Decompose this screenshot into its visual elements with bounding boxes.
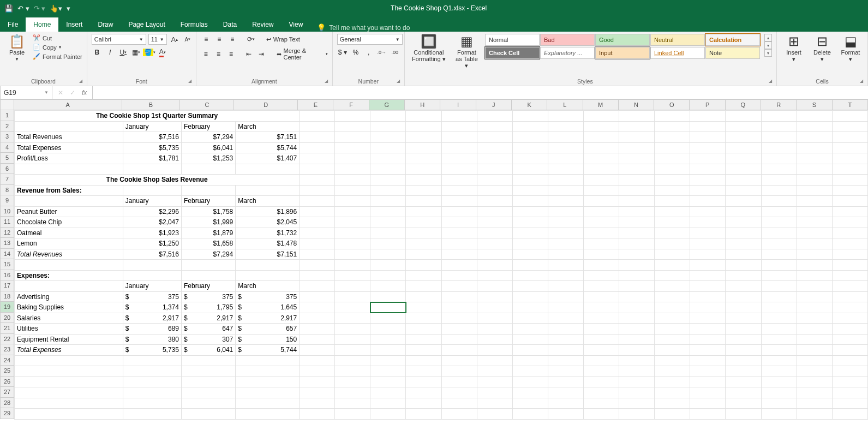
cell-F11[interactable] (335, 217, 370, 228)
column-header-O[interactable]: O (654, 99, 690, 110)
cell-Q2[interactable] (726, 121, 761, 132)
cell-N23[interactable] (619, 345, 655, 356)
column-header-K[interactable]: K (512, 99, 547, 110)
cell-I28[interactable] (441, 398, 477, 409)
accounting-button[interactable]: $ ▾ (337, 47, 348, 58)
cell-L17[interactable] (548, 281, 583, 292)
cell-styles-gallery[interactable]: Normal Bad Good Neutral Calculation Chec… (485, 34, 760, 59)
cell-J9[interactable] (477, 196, 512, 207)
cell-A14[interactable]: Total Revenues (15, 249, 123, 260)
cell-M14[interactable] (584, 249, 619, 260)
style-input[interactable]: Input (595, 47, 650, 59)
cell-A24[interactable] (15, 355, 123, 366)
cell-A13[interactable]: Lemon (15, 238, 123, 249)
row-header-18[interactable]: 18 (0, 291, 14, 302)
cell-A10[interactable]: Peanut Butter (15, 206, 123, 217)
paste-button[interactable]: 📋 Paste ▼ (4, 34, 29, 63)
cell-K13[interactable] (512, 238, 548, 249)
cell-F17[interactable] (335, 281, 370, 292)
cell-A4[interactable]: Total Expenses (15, 142, 123, 153)
style-normal[interactable]: Normal (485, 34, 540, 46)
cell-P25[interactable] (690, 366, 726, 377)
cell-K28[interactable] (512, 398, 548, 409)
cell-R15[interactable] (761, 260, 797, 271)
cell-K27[interactable] (512, 387, 548, 398)
cell-R11[interactable] (761, 217, 797, 228)
cell-I26[interactable] (441, 377, 477, 387)
scroll-up-icon[interactable]: ▴ (764, 34, 772, 41)
comma-button[interactable]: , (363, 47, 374, 58)
column-header-C[interactable]: C (180, 99, 234, 110)
cell-O28[interactable] (655, 398, 690, 409)
cell-G23[interactable] (370, 345, 406, 356)
cell-M2[interactable] (584, 121, 619, 132)
cell-N20[interactable] (619, 313, 655, 324)
cell-S1[interactable] (797, 111, 832, 122)
cell-K29[interactable] (512, 409, 548, 420)
cell-A27[interactable] (15, 387, 123, 398)
tab-insert[interactable]: Insert (58, 17, 90, 32)
cell-P27[interactable] (690, 387, 726, 398)
cell-O5[interactable] (655, 153, 690, 164)
cell-J18[interactable] (477, 291, 512, 302)
cell-O6[interactable] (655, 164, 690, 175)
cell-F4[interactable] (335, 142, 370, 153)
cell-Q9[interactable] (726, 196, 761, 207)
cell-C27[interactable] (181, 387, 235, 398)
cell-K20[interactable] (512, 313, 548, 324)
cell-Q25[interactable] (726, 366, 761, 377)
cell-H3[interactable] (406, 132, 441, 143)
cell-F25[interactable] (335, 366, 370, 377)
percent-button[interactable]: % (350, 47, 361, 58)
cell-C6[interactable] (181, 164, 235, 175)
cell-C8[interactable] (181, 185, 235, 196)
cell-I15[interactable] (441, 260, 477, 271)
cell-C15[interactable] (181, 260, 235, 271)
column-header-L[interactable]: L (547, 99, 583, 110)
cell-H12[interactable] (406, 228, 441, 238)
cell-H15[interactable] (406, 260, 441, 271)
cell-G26[interactable] (370, 377, 406, 387)
cell-I16[interactable] (441, 270, 477, 281)
cell-D14[interactable]: $7,151 (236, 249, 300, 260)
cell-P29[interactable] (690, 409, 726, 420)
column-header-T[interactable]: T (833, 99, 868, 110)
cell-T11[interactable] (832, 217, 867, 228)
cell-G12[interactable] (370, 228, 406, 238)
cell-J11[interactable] (477, 217, 512, 228)
cell-P1[interactable] (690, 111, 726, 122)
cell-K12[interactable] (512, 228, 548, 238)
cell-Q14[interactable] (726, 249, 761, 260)
cell-N27[interactable] (619, 387, 655, 398)
cell-K7[interactable] (512, 175, 548, 186)
cell-C12[interactable]: $1,879 (181, 228, 235, 238)
cell-L27[interactable] (548, 387, 583, 398)
row-header-15[interactable]: 15 (0, 259, 14, 270)
cell-C2[interactable]: February (181, 121, 235, 132)
cell-J27[interactable] (477, 387, 512, 398)
cell-E16[interactable] (300, 270, 335, 281)
cell-R9[interactable] (761, 196, 797, 207)
cell-A23[interactable]: Total Expenses (15, 345, 123, 356)
cell-G4[interactable] (370, 142, 406, 153)
style-neutral[interactable]: Neutral (650, 34, 705, 46)
row-header-17[interactable]: 17 (0, 280, 14, 291)
cell-E15[interactable] (300, 260, 335, 271)
cell-O24[interactable] (655, 355, 690, 366)
cell-J29[interactable] (477, 409, 512, 420)
cell-K25[interactable] (512, 366, 548, 377)
row-header-10[interactable]: 10 (0, 206, 14, 217)
cell-P26[interactable] (690, 377, 726, 387)
cell-C22[interactable]: $307 (181, 334, 235, 345)
cell-E5[interactable] (300, 153, 335, 164)
cell-S8[interactable] (797, 185, 832, 196)
cell-D20[interactable]: $2,917 (236, 313, 300, 324)
cell-G10[interactable] (370, 206, 406, 217)
cell-E2[interactable] (300, 121, 335, 132)
cell-E27[interactable] (300, 387, 335, 398)
cell-Q12[interactable] (726, 228, 761, 238)
cell-I2[interactable] (441, 121, 477, 132)
name-box[interactable]: G19▼ (0, 86, 52, 99)
cell-P20[interactable] (690, 313, 726, 324)
cell-H9[interactable] (406, 196, 441, 207)
